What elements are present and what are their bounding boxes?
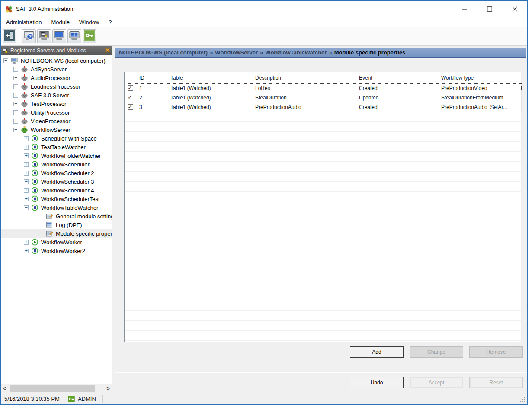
tree-node[interactable]: + AdSyncServer (1, 65, 112, 74)
expand-toggle-icon[interactable]: + (13, 93, 18, 98)
table-empty-row (125, 301, 522, 311)
tree-node[interactable]: Module specific properties (1, 229, 112, 238)
empty-cell (136, 182, 167, 191)
row-checkbox[interactable] (128, 85, 133, 91)
expand-toggle-icon[interactable]: + (13, 102, 18, 106)
column-header-workflow-type[interactable]: Workflow type (438, 72, 522, 83)
close-panel-button[interactable] (104, 48, 110, 54)
tree-node[interactable]: + Scheduler With Space (1, 134, 112, 143)
column-header-table[interactable]: Table (167, 72, 252, 83)
table-row[interactable]: 3 Table1 (Watched) PreProductionAudio Cr… (125, 102, 522, 112)
tree-node[interactable]: + WorkflowWorker2 (1, 246, 112, 255)
title-bar[interactable]: SAF 3.0 Administration (1, 1, 527, 17)
tree-node[interactable]: + TestProcessor (1, 99, 112, 108)
tree-node[interactable]: + WorkflowSchedulerTest (1, 195, 112, 203)
cell-event: Created (356, 83, 438, 93)
window-title: SAF 3.0 Administration (16, 6, 73, 12)
tree-node[interactable]: + AudioProcessor (1, 74, 112, 82)
empty-cell (252, 201, 356, 211)
empty-cell (167, 311, 252, 320)
table-empty-row (125, 142, 522, 152)
expand-toggle-icon[interactable]: + (24, 136, 29, 141)
maximize-button[interactable] (477, 1, 502, 17)
panel-splitter[interactable] (112, 46, 115, 393)
help-button[interactable]: ? (22, 29, 36, 43)
expand-toggle-icon[interactable]: + (13, 67, 18, 72)
log-list-button[interactable] (67, 29, 81, 43)
table-row[interactable]: 2 Table1 (Watched) StealDuration Updated… (125, 93, 522, 102)
empty-cell (136, 311, 167, 320)
empty-cell (136, 192, 167, 201)
expand-toggle-icon[interactable]: + (24, 171, 29, 176)
access-key-button[interactable] (83, 29, 96, 43)
expand-toggle-icon[interactable]: + (24, 179, 29, 184)
expand-toggle-icon[interactable]: + (24, 197, 29, 201)
menu-help[interactable]: ? (104, 18, 116, 26)
add-button[interactable]: Add (350, 346, 404, 358)
expand-toggle-icon[interactable]: − (13, 128, 18, 132)
tree-node-label: TestTableWatcher (41, 144, 86, 150)
tree-node[interactable]: + UtilityProcessor (1, 108, 112, 117)
expand-toggle-icon[interactable]: + (24, 240, 29, 245)
column-header-description[interactable]: Description (252, 72, 356, 83)
registered-modules-button[interactable] (37, 29, 51, 43)
breadcrumb-separator: » (329, 49, 332, 56)
resize-grip[interactable] (519, 396, 526, 403)
minimize-button[interactable] (452, 1, 477, 17)
expand-toggle-icon[interactable]: + (13, 119, 18, 124)
expand-toggle-icon[interactable]: + (13, 84, 18, 89)
menu-administration[interactable]: Administration (2, 18, 46, 26)
tree-node-label: WorkflowWorker (41, 239, 82, 246)
cell-id: 3 (136, 102, 167, 112)
row-checkbox[interactable] (128, 104, 133, 110)
tree-node[interactable]: + SAF 3.0 Server (1, 91, 112, 99)
scroll-right-icon[interactable]: > (104, 384, 112, 393)
empty-cell (136, 112, 167, 121)
header-checkbox-column (125, 72, 136, 83)
expand-toggle-icon[interactable]: − (24, 205, 29, 210)
expand-toggle-icon[interactable]: + (24, 188, 29, 193)
tree-node[interactable]: + TestTableWatcher (1, 143, 112, 151)
expand-toggle-icon[interactable]: + (13, 110, 18, 115)
screen-button[interactable] (52, 29, 66, 43)
menu-module[interactable]: Module (47, 18, 74, 26)
column-header-event[interactable]: Event (356, 72, 438, 83)
empty-cell (438, 201, 522, 211)
tree-horizontal-scrollbar[interactable]: < > (1, 384, 112, 393)
tree-node[interactable]: + VideoProcessor (1, 117, 112, 125)
tree-node[interactable]: + WorkflowScheduler (1, 160, 112, 169)
expand-toggle-icon[interactable]: + (24, 249, 29, 253)
tree-node[interactable]: − NOTEBOOK-WS (local computer) (1, 56, 112, 65)
tree-node[interactable]: + WorkflowFolderWatcher (1, 151, 112, 160)
tree-node-label: Module specific properties (56, 230, 112, 237)
main-panel: NOTEBOOK-WS (local computer) » WorkflowS… (115, 46, 527, 393)
close-button[interactable] (502, 1, 527, 17)
scrollbar-thumb[interactable] (10, 385, 95, 392)
tree-node[interactable]: + WorkflowScheduler 4 (1, 186, 112, 195)
exit-button[interactable] (3, 29, 16, 43)
tree-node[interactable]: + WorkflowWorker (1, 238, 112, 246)
tree-node[interactable]: − WorkflowServer (1, 125, 112, 134)
tree-node[interactable]: General module settings (1, 212, 112, 221)
row-checkbox[interactable] (128, 95, 133, 100)
expand-toggle-icon[interactable]: + (24, 153, 29, 158)
breadcrumb: NOTEBOOK-WS (local computer) » WorkflowS… (115, 48, 526, 58)
expand-toggle-icon[interactable]: + (24, 162, 29, 167)
table-row[interactable]: 1 Table1 (Watched) LoRes Created PreProd… (125, 83, 522, 93)
tree-node[interactable]: + WorkflowScheduler 2 (1, 169, 112, 177)
column-header-id[interactable]: ID (136, 72, 167, 83)
tree-node[interactable]: + LoudnessProcessor (1, 82, 112, 91)
scroll-left-icon[interactable]: < (1, 384, 9, 393)
undo-button[interactable]: Undo (350, 377, 404, 388)
empty-cell (125, 172, 136, 181)
expand-toggle-icon[interactable]: + (13, 76, 18, 80)
expand-toggle-icon[interactable]: + (24, 145, 29, 150)
tree-node[interactable]: − WorkflowTableWatcher (1, 203, 112, 212)
tree-node[interactable]: + WorkflowScheduler 3 (1, 177, 112, 186)
menu-window[interactable]: Window (75, 18, 103, 26)
checkbox-cell (125, 102, 136, 112)
expand-toggle-icon[interactable]: − (3, 58, 8, 63)
server-red-icon (21, 92, 28, 99)
tree-node[interactable]: Log (DPE) (1, 221, 112, 229)
tree-node-label: VideoProcessor (31, 118, 71, 125)
